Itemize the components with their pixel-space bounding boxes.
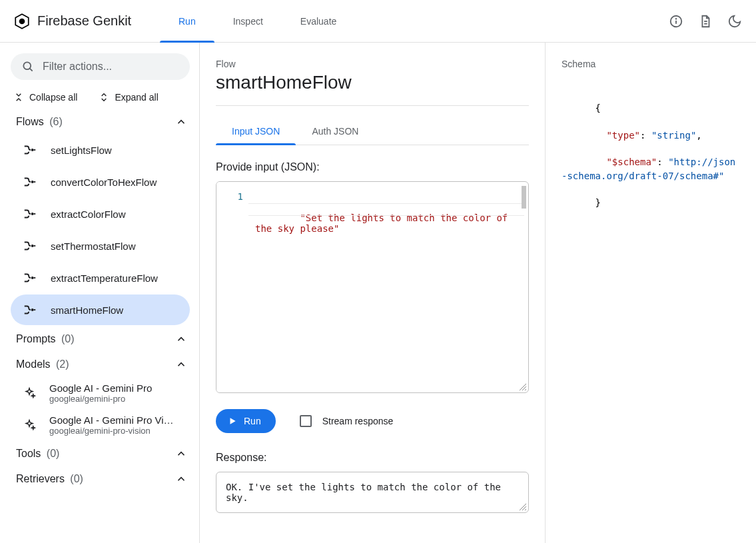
search-icon bbox=[21, 60, 35, 73]
svg-point-9 bbox=[32, 149, 33, 151]
active-line-highlight bbox=[248, 203, 524, 216]
filter-actions-field[interactable] bbox=[43, 61, 179, 73]
chevron-up-icon bbox=[175, 448, 187, 460]
svg-point-1 bbox=[20, 19, 25, 23]
flow-item-setlightsflow[interactable]: setLightsFlow bbox=[11, 135, 190, 165]
svg-point-7 bbox=[23, 62, 31, 69]
expand-icon bbox=[99, 92, 109, 103]
svg-line-8 bbox=[30, 69, 33, 71]
sparkle-icon bbox=[23, 418, 36, 432]
flow-icon bbox=[23, 239, 37, 253]
flow-icon bbox=[23, 271, 37, 285]
flow-item-smarthomeflow[interactable]: smartHomeFlow bbox=[11, 294, 190, 325]
editor-content[interactable]: "Set the lights to match the color of th… bbox=[248, 182, 528, 392]
section-header-tools[interactable]: Tools (0) bbox=[11, 441, 190, 466]
expand-all-button[interactable]: Expand all bbox=[99, 92, 158, 103]
chevron-up-icon bbox=[175, 333, 187, 345]
section-header-models[interactable]: Models (2) bbox=[11, 352, 190, 377]
tab-input-json[interactable]: Input JSON bbox=[216, 119, 296, 145]
model-item-gemini-pro[interactable]: Google AI - Gemini Pro googleai/gemini-p… bbox=[11, 377, 190, 409]
response-label: Response: bbox=[216, 452, 529, 464]
flow-item-extractcolorflow[interactable]: extractColorFlow bbox=[11, 199, 190, 229]
response-output: OK. I've set the lights to match the col… bbox=[216, 472, 529, 513]
run-button[interactable]: Run bbox=[216, 409, 276, 433]
section-header-flows[interactable]: Flows (6) bbox=[11, 109, 190, 135]
schema-code: { "type": "string", "$schema": "http://j… bbox=[562, 88, 740, 223]
filter-actions-input[interactable] bbox=[11, 53, 190, 80]
section-header-retrievers[interactable]: Retrievers (0) bbox=[11, 466, 190, 492]
flow-icon bbox=[23, 207, 37, 221]
tab-auth-json[interactable]: Auth JSON bbox=[296, 119, 374, 145]
brand-text: Firebase Genkit bbox=[37, 13, 131, 29]
editor-gutter: 1 bbox=[216, 182, 248, 392]
input-label: Provide input (JSON): bbox=[216, 161, 529, 173]
genkit-logo-icon bbox=[13, 13, 31, 30]
info-icon[interactable] bbox=[668, 13, 684, 29]
sidebar: Collapse all Expand all Flows (6) setLig… bbox=[0, 43, 200, 543]
play-icon bbox=[228, 416, 237, 426]
svg-point-12 bbox=[32, 245, 33, 247]
resize-handle-icon[interactable] bbox=[520, 504, 526, 510]
collapse-icon bbox=[13, 92, 24, 103]
svg-marker-15 bbox=[230, 418, 236, 424]
schema-title: Schema bbox=[562, 59, 740, 69]
svg-point-10 bbox=[32, 181, 33, 183]
nav-tab-inspect[interactable]: Inspect bbox=[214, 0, 282, 43]
flow-item-convertcolortohexflow[interactable]: convertColorToHexFlow bbox=[11, 167, 190, 197]
checkbox-box[interactable] bbox=[300, 415, 312, 427]
svg-point-14 bbox=[32, 309, 33, 310]
model-item-gemini-pro-vision[interactable]: Google AI - Gemini Pro Vis... googleai/g… bbox=[11, 409, 190, 441]
nav-tab-run[interactable]: Run bbox=[160, 0, 214, 43]
flow-item-extracttemperatureflow[interactable]: extractTemperatureFlow bbox=[11, 263, 190, 293]
flow-icon bbox=[23, 175, 37, 189]
json-input-editor[interactable]: 1 "Set the lights to match the color of … bbox=[216, 181, 529, 393]
chevron-up-icon bbox=[175, 116, 187, 128]
chevron-up-icon bbox=[175, 473, 187, 485]
collapse-all-button[interactable]: Collapse all bbox=[13, 92, 77, 103]
brand-logo: Firebase Genkit bbox=[13, 13, 160, 30]
nav-tab-evaluate[interactable]: Evaluate bbox=[282, 0, 355, 43]
schema-panel: Schema { "type": "string", "$schema": "h… bbox=[546, 43, 756, 543]
sparkle-icon bbox=[23, 386, 36, 400]
dark-mode-icon[interactable] bbox=[727, 13, 743, 29]
svg-point-13 bbox=[32, 277, 33, 278]
svg-point-11 bbox=[32, 213, 33, 215]
breadcrumb: Flow bbox=[216, 59, 529, 69]
flow-icon bbox=[23, 302, 37, 317]
chevron-up-icon bbox=[175, 358, 187, 370]
document-icon[interactable] bbox=[697, 13, 713, 29]
flow-item-setthermostatflow[interactable]: setThermostatFlow bbox=[11, 231, 190, 261]
main-content: Flow smartHomeFlow Input JSON Auth JSON … bbox=[200, 43, 546, 543]
svg-point-4 bbox=[676, 18, 677, 19]
section-header-prompts[interactable]: Prompts (0) bbox=[11, 326, 190, 352]
divider bbox=[216, 105, 529, 106]
flow-icon bbox=[23, 143, 37, 157]
stream-response-checkbox[interactable]: Stream response bbox=[300, 415, 394, 427]
page-title: smartHomeFlow bbox=[216, 72, 529, 93]
resize-handle-icon[interactable] bbox=[520, 384, 526, 390]
